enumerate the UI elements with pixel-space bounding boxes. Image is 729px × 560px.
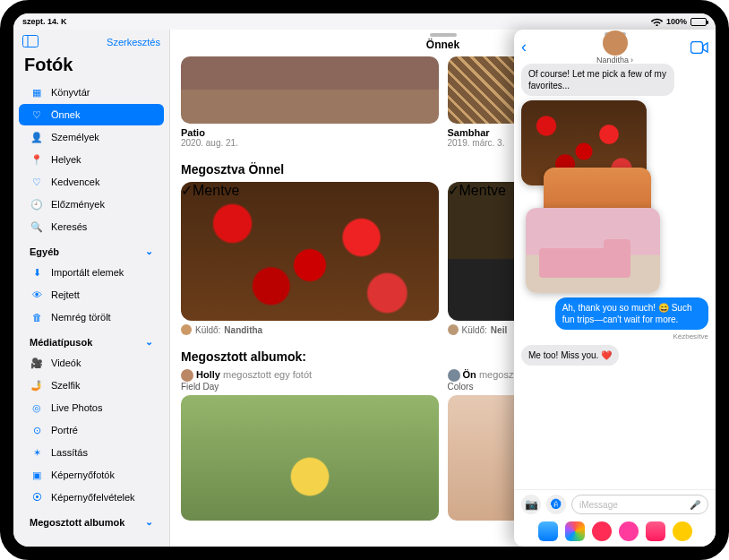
check-icon: ✓ [448, 183, 459, 198]
avatar [448, 369, 460, 382]
camera-button[interactable]: 📷 [521, 495, 541, 514]
screenshot-icon: ▣ [30, 468, 44, 482]
search-icon: 🔍 [30, 220, 44, 234]
video-icon: 🎥 [30, 356, 44, 370]
appstore-button[interactable]: 🅐 [546, 495, 566, 514]
imessage-app-strip [514, 519, 716, 547]
avatar [448, 324, 459, 335]
sidebar-toggle-icon[interactable] [22, 35, 39, 49]
edit-button[interactable]: Szerkesztés [107, 37, 160, 47]
album-card[interactable]: Holly megosztott egy fotót Field Day [181, 369, 439, 521]
trash-icon: 🗑 [30, 310, 44, 324]
check-icon: ✓ [181, 183, 193, 198]
contact-avatar [603, 30, 628, 56]
eye-icon: 👁 [30, 288, 44, 302]
download-icon: ⬇ [30, 265, 44, 280]
portrait-icon: ⊙ [30, 423, 44, 437]
nav-for-you[interactable]: ♡Önnek [19, 104, 164, 125]
memory-date: 2020. aug. 21. [181, 138, 439, 148]
shared-card[interactable]: ✓Mentve Küldő: Nanditha [181, 182, 439, 335]
message-input-bar: 📷 🅐 iMessage 🎤 [514, 489, 716, 519]
image-attachment-stack[interactable] [521, 100, 656, 293]
places-icon: 📍 [30, 152, 44, 167]
messages-header: ‹ Nanditha › [514, 36, 716, 60]
app-store-chip[interactable] [538, 521, 558, 541]
contact-info[interactable]: Nanditha › [514, 30, 716, 65]
chevron-down-icon: ⌄ [145, 336, 153, 348]
message-thread[interactable]: Of course! Let me pick a few of my favor… [514, 60, 716, 489]
battery-percent: 100% [666, 17, 687, 26]
app-title: Fotók [13, 53, 169, 81]
live-icon: ◎ [30, 401, 44, 415]
chevron-right-icon: › [630, 56, 633, 65]
memory-card[interactable]: Patio 2020. aug. 21. [181, 56, 439, 148]
battery-icon [690, 18, 707, 26]
message-placeholder: iMessage [579, 500, 618, 510]
nav-slomo[interactable]: ✶Lassítás [19, 442, 164, 463]
chevron-down-icon: ⌄ [145, 246, 153, 257]
nav-live[interactable]: ◎Live Photos [19, 397, 164, 418]
nav-selfies[interactable]: 🤳Szelfik [19, 375, 164, 396]
memory-title: Patio [181, 127, 439, 138]
heart-icon: ♡ [30, 175, 44, 189]
nav-deleted[interactable]: 🗑Nemrég törölt [19, 306, 164, 328]
section-other[interactable]: Egyéb⌄ [19, 238, 164, 261]
nav-videos[interactable]: 🎥Videók [19, 352, 164, 374]
delivered-label: Kézbesítve [673, 332, 708, 340]
nav-favorites[interactable]: ♡Kedvencek [19, 171, 164, 193]
section-shared-albums[interactable]: Megosztott albumok⌄ [19, 509, 164, 531]
shared-thumb: ✓Mentve [181, 182, 439, 321]
nav-library[interactable]: ▦Könyvtár [19, 82, 164, 103]
avatar [181, 369, 193, 382]
saved-badge: ✓Mentve [181, 182, 439, 199]
app-hearts-chip[interactable] [592, 521, 612, 541]
status-bar: szept. 14. K 100% [13, 13, 716, 30]
app-memoji-chip[interactable] [673, 521, 692, 541]
people-icon: 👤 [30, 130, 44, 144]
attachment-image [526, 208, 660, 293]
slomo-icon: ✶ [30, 445, 44, 460]
sidebar: Szerkesztés Fotók ▦Könyvtár ♡Önnek 👤Szem… [13, 30, 170, 547]
message-field[interactable]: iMessage 🎤 [571, 495, 708, 514]
nav-recent[interactable]: 🕘Előzmények [19, 194, 164, 215]
message-in: Of course! Let me pick a few of my favor… [521, 64, 674, 96]
nav-people[interactable]: 👤Személyek [19, 126, 164, 148]
sidebar-nav: ▦Könyvtár ♡Önnek 👤Személyek 📍Helyek ♡Ked… [13, 81, 169, 532]
clock-icon: 🕘 [30, 197, 44, 211]
mic-icon[interactable]: 🎤 [690, 500, 700, 510]
status-time: szept. 14. K [22, 17, 67, 26]
message-out: Ah, thank you so much! 😄 Such fun trips—… [555, 297, 708, 330]
app-music-chip[interactable] [646, 521, 665, 541]
for-you-icon: ♡ [30, 108, 44, 122]
svg-rect-0 [23, 36, 39, 47]
screenrec-icon: ⦿ [30, 490, 44, 504]
app-search-chip[interactable] [619, 521, 639, 541]
nav-imported[interactable]: ⬇Importált elemek [19, 262, 164, 283]
device-frame: szept. 14. K 100% Szerkesztés Fotók ▦Kön… [0, 0, 729, 560]
library-icon: ▦ [30, 85, 44, 99]
selfie-icon: 🤳 [30, 378, 44, 392]
section-media[interactable]: Médiatípusok⌄ [19, 329, 164, 351]
nav-screenshots[interactable]: ▣Képernyőfotók [19, 464, 164, 486]
nav-places[interactable]: 📍Helyek [19, 149, 164, 170]
sender-row: Küldő: Nanditha [181, 324, 439, 335]
memory-thumb [181, 56, 439, 124]
chevron-down-icon: ⌄ [145, 516, 153, 528]
message-in: Me too! Miss you. ❤️ [521, 345, 619, 366]
avatar [181, 324, 192, 335]
app-photos-chip[interactable] [565, 521, 585, 541]
album-thumb [181, 395, 439, 521]
messages-slideover: ‹ Nanditha › Of course! Let me pick a fe… [514, 30, 716, 547]
wifi-icon [651, 17, 663, 26]
nav-portrait[interactable]: ⊙Portré [19, 419, 164, 441]
nav-screenrec[interactable]: ⦿Képernyőfelvételek [19, 487, 164, 508]
nav-hidden[interactable]: 👁Rejtett [19, 284, 164, 306]
nav-search[interactable]: 🔍Keresés [19, 216, 164, 237]
